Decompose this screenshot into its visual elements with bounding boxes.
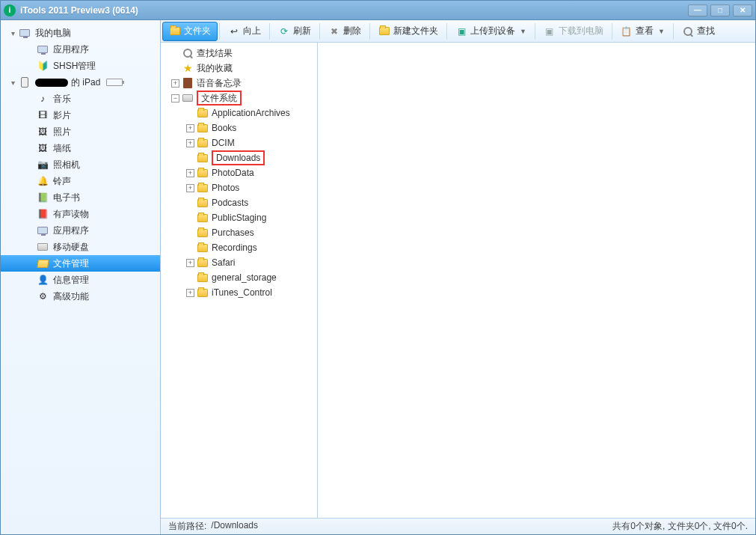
toolbar-new-folder-button[interactable]: 新建文件夹 [372,22,445,41]
spacer [186,229,194,237]
tree-node-voice-memos[interactable]: +语音备忘录 [161,76,317,91]
folder-icon [197,287,209,299]
shsh-icon: 🔰 [37,60,49,72]
tree-node-filesystem[interactable]: −文件系统 [161,91,317,106]
close-button[interactable]: ✕ [733,4,752,16]
info-icon: 👤 [37,274,49,286]
computer-icon [19,27,31,39]
toolbar-view-button[interactable]: 📋查看▼ [614,22,672,41]
expander-icon[interactable]: + [186,169,194,177]
btn-label: 刷新 [293,25,311,37]
tree-node-folder[interactable]: +Safari [161,255,317,270]
btn-label: 删除 [343,25,361,37]
photo-icon: 🖼 [37,126,49,138]
tree-label: ApplicationArchives [212,108,290,118]
star-icon: ★ [182,62,194,74]
search-icon [182,47,194,59]
tree-node-folder[interactable]: +Books [161,120,317,135]
tree-node-folder[interactable]: Recordings [161,240,317,255]
sidebar-node-device[interactable]: ▾ 的 iPad [1,74,160,91]
tree-node-folder[interactable]: +Photos [161,180,317,195]
folder-icon [197,182,209,194]
separator [446,23,447,40]
spacer [171,49,179,58]
sidebar-node-my-computer[interactable]: ▾ 我的电脑 [1,25,160,41]
delete-icon: ✖ [328,25,340,37]
expander-icon[interactable]: − [171,94,179,103]
sidebar-item-music[interactable]: ♪音乐 [1,91,160,107]
toolbar-folder-button[interactable]: 文件夹 [162,22,218,41]
sidebar: ▾ 我的电脑 应用程序 🔰 SHSH管理 ▾ 的 iPad ♪音乐 🎞影片 🖼照… [1,20,161,534]
refresh-icon: ⟳ [278,25,290,37]
tree-label: DCIM [212,138,235,148]
toolbar-refresh-button[interactable]: ⟳刷新 [271,22,318,41]
folder-icon [197,272,209,284]
tree-label-highlighted: Downloads [212,150,265,165]
sidebar-item-advanced[interactable]: ⚙高级功能 [1,288,160,305]
expander-icon[interactable]: + [186,184,194,192]
expander-icon[interactable]: + [171,79,179,88]
sidebar-label: 文件管理 [53,257,89,270]
device-icon [19,76,31,88]
sidebar-item-camera[interactable]: 📷照相机 [1,156,160,173]
status-summary: 共有0个对象, 文件夹0个, 文件0个. [612,520,748,533]
tree-node-search-results[interactable]: 查找结果 [161,46,317,61]
sidebar-label: 墙纸 [53,142,71,155]
app-icon: i [4,4,16,16]
tree-node-folder[interactable]: ApplicationArchives [161,106,317,120]
expander-icon[interactable]: + [186,289,194,297]
sidebar-item-mobile-disk[interactable]: 移动硬盘 [1,239,160,255]
toolbar: 文件夹 ↩向上 ⟳刷新 ✖删除 新建文件夹 ▣上传到设备▼ ▣下载到电脑 📋查看… [161,20,755,43]
tree-node-folder[interactable]: Purchases [161,225,317,240]
app-icon [37,224,49,236]
sidebar-item-shsh[interactable]: 🔰 SHSH管理 [1,58,160,74]
tree-node-folder[interactable]: Podcasts [161,195,317,210]
tree-node-folder[interactable]: PublicStaging [161,210,317,225]
tree-label: 语音备忘录 [197,77,242,90]
spacer [186,199,194,207]
tree-node-downloads[interactable]: Downloads [161,150,317,165]
toolbar-download-button[interactable]: ▣下载到电脑 [537,22,610,41]
toolbar-up-button[interactable]: ↩向上 [221,22,268,41]
expander-icon[interactable]: + [186,124,194,132]
sidebar-item-apps-pc[interactable]: 应用程序 [1,41,160,58]
sidebar-item-audiobooks[interactable]: 📕有声读物 [1,206,160,222]
sidebar-item-ringtones[interactable]: 🔔铃声 [1,173,160,189]
expander-icon[interactable]: + [186,259,194,267]
sidebar-item-ebooks[interactable]: 📗电子书 [1,189,160,206]
file-list-pane[interactable] [318,43,755,518]
toolbar-upload-button[interactable]: ▣上传到设备▼ [449,22,533,41]
sidebar-item-photos[interactable]: 🖼照片 [1,123,160,140]
ebook-icon: 📗 [37,192,49,204]
download-icon: ▣ [544,25,556,37]
sidebar-item-wallpaper[interactable]: 🖼墙纸 [1,140,160,156]
toolbar-find-button[interactable]: 查找 [675,22,722,41]
tree-label: PublicStaging [212,213,266,223]
sidebar-label: 信息管理 [53,274,89,287]
tree-node-folder[interactable]: +DCIM [161,135,317,150]
sidebar-item-movies[interactable]: 🎞影片 [1,107,160,123]
sidebar-label: 照片 [53,126,71,138]
sidebar-item-info-manager[interactable]: 👤信息管理 [1,272,160,288]
sidebar-item-file-manager[interactable]: 文件管理 [1,255,160,272]
btn-label: 上传到设备 [470,25,515,37]
folder-tree: 查找结果 ★我的收藏 +语音备忘录 −文件系统 ApplicationArchi… [161,43,318,518]
sidebar-item-apps-device[interactable]: 应用程序 [1,222,160,239]
sidebar-label: 音乐 [53,93,71,106]
tree-node-folder[interactable]: +iTunes_Control [161,285,317,300]
expander-icon[interactable]: + [186,139,194,147]
tree-label: Books [212,123,236,133]
toolbar-delete-button[interactable]: ✖删除 [322,22,368,41]
statusbar: 当前路径: /Downloads 共有0个对象, 文件夹0个, 文件0个. [161,518,755,534]
tree-node-folder[interactable]: +PhotoData [161,165,317,180]
expander-icon[interactable]: ▾ [8,78,17,87]
view-icon: 📋 [621,25,633,37]
expander-icon[interactable]: ▾ [8,28,17,37]
wallpaper-icon: 🖼 [37,142,49,154]
tree-node-favorites[interactable]: ★我的收藏 [161,61,317,76]
tree-node-folder[interactable]: general_storage [161,270,317,285]
maximize-button[interactable]: □ [710,4,730,16]
sidebar-label: 移动硬盘 [53,241,89,254]
minimize-button[interactable]: — [688,4,707,16]
sidebar-label: 我的电脑 [35,27,71,40]
